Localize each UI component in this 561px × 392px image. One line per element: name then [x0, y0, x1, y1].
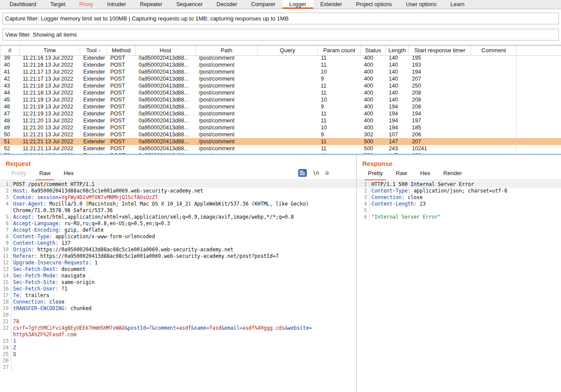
menu-tab-target[interactable]: Target	[43, 0, 72, 9]
response-tab-render[interactable]: Render	[438, 170, 467, 180]
cell-query	[258, 131, 318, 138]
view-filter-bar[interactable]: View filter: Showing all items	[2, 29, 559, 41]
menu-tab-dashboard[interactable]: Dashboard	[3, 0, 43, 9]
response-editor[interactable]: 1HTTP/1.1 500 Internal Server Error2Cont…	[357, 180, 561, 220]
code-segment: Accept-Language:	[13, 220, 61, 226]
cell-tool: Extender	[80, 89, 107, 96]
column-header-status[interactable]: Status	[361, 46, 386, 55]
menu-tab-proxy[interactable]: Proxy	[72, 0, 100, 9]
response-tab-hex[interactable]: Hex	[415, 170, 435, 180]
code-segment: Te:	[13, 292, 22, 298]
menu-tab-comparer[interactable]: Comparer	[244, 0, 282, 9]
editor-line: 2Content-Type: application/json; charset…	[357, 188, 561, 194]
cell-time: 11:21:21 13 Jul 2022	[20, 138, 80, 145]
request-tab-raw[interactable]: Raw	[34, 170, 56, 180]
line-text: Accept-Language: ru-RU,ru;q=0.8,en-US;q=…	[11, 220, 170, 227]
log-row-52[interactable]: 5211:21:21 13 Jul 2022ExtenderPOST0a9500…	[0, 145, 561, 152]
code-segment: application/json; charset=utf-8	[411, 188, 507, 194]
word-wrap-toggle-icon[interactable]	[298, 169, 307, 177]
log-row-49[interactable]: 4911:21:20 13 Jul 2022ExtenderPOST0a9500…	[0, 124, 561, 131]
log-row-41[interactable]: 4111:21:17 13 Jul 2022ExtenderPOST0a9500…	[0, 68, 561, 75]
column-header-time[interactable]: Time	[20, 46, 80, 55]
column-header-path[interactable]: Path	[196, 46, 258, 55]
cell-: 53	[0, 152, 20, 155]
column-header-filler	[517, 46, 561, 55]
log-row-46[interactable]: 4611:21:19 13 Jul 2022ExtenderPOST0a9500…	[0, 103, 561, 110]
cell-comment	[471, 82, 517, 89]
code-segment: Accept-Encoding:	[13, 227, 61, 233]
cell-path: /post/comment	[196, 152, 258, 155]
menu-tab-logger[interactable]: Logger	[282, 0, 313, 9]
line-text: "Internal Server Error"	[370, 214, 441, 220]
menu-tab-learn[interactable]: Learn	[444, 0, 472, 9]
cell-: 41	[0, 68, 20, 75]
column-header-comment[interactable]: Comment	[471, 46, 517, 55]
response-tab-pretty[interactable]: Pretty	[363, 170, 388, 180]
cell-time: 11:21:18 13 Jul 2022	[20, 82, 80, 89]
column-header-method[interactable]: Method	[107, 46, 136, 55]
column-header-tool[interactable]: Tool∧	[80, 46, 107, 55]
column-header-host[interactable]: Host	[136, 46, 196, 55]
line-text: Origin: https://0a9500020413d88ac08c5c1e…	[11, 247, 233, 253]
code-segment: Referer:	[13, 253, 37, 259]
line-text: HTTP/1.1 500 Internal Server Error	[370, 181, 474, 188]
cell-status: 400	[361, 103, 386, 110]
column-header-[interactable]: #	[0, 46, 20, 55]
editor-line: 16Sec-Fetch-User: ?1	[0, 286, 356, 292]
line-text: Connection: close	[11, 299, 65, 305]
menu-tab-repeater[interactable]: Repeater	[133, 0, 169, 9]
editor-line: 4User-Agent: Mozilla/5.0 (Macintosh; Int…	[0, 201, 356, 207]
column-header-length[interactable]: Length	[386, 46, 409, 55]
editor-line: 13Sec-Fetch-Dest: document	[0, 266, 356, 273]
log-row-45[interactable]: 4511:21:19 13 Jul 2022ExtenderPOST0a9500…	[0, 96, 561, 103]
menu-tab-decoder[interactable]: Decoder	[210, 0, 244, 9]
cell-status: 302	[361, 131, 386, 138]
column-header-start-response-timer[interactable]: Start response timer	[409, 46, 471, 55]
log-row-48[interactable]: 4811:21:20 13 Jul 2022ExtenderPOST0a9500…	[0, 117, 561, 124]
response-title: Response	[357, 155, 561, 167]
line-text	[370, 207, 371, 214]
code-segment: Connection:	[13, 299, 46, 305]
log-row-43[interactable]: 4311:21:18 13 Jul 2022ExtenderPOST0a9500…	[0, 82, 561, 89]
capture-filter-text: Capture filter: Logger memory limit set …	[5, 15, 289, 22]
request-editor[interactable]: 1POST /post/comment HTTP/1.12Host: 0a950…	[0, 180, 356, 371]
request-tab-hex[interactable]: Hex	[58, 170, 79, 180]
code-segment: 23	[417, 201, 426, 207]
log-row-44[interactable]: 4411:21:18 13 Jul 2022ExtenderPOST0a9500…	[0, 89, 561, 96]
column-header-query[interactable]: Query	[258, 46, 318, 55]
code-segment: asdf%40ggg.cds	[242, 325, 285, 331]
line-number: 27	[0, 364, 11, 371]
request-tab-pretty[interactable]: Pretty	[6, 170, 31, 180]
line-number: 21	[0, 318, 11, 325]
menu-tab-user-options[interactable]: User options	[399, 0, 443, 9]
cell-status: 500	[361, 138, 386, 145]
log-row-40[interactable]: 4011:21:16 13 Jul 2022ExtenderPOST0a9500…	[0, 61, 561, 68]
editor-line: 4Content-Length: 23	[357, 201, 561, 207]
line-number: 10	[0, 247, 11, 253]
column-header-param-count[interactable]: Param count	[318, 46, 361, 55]
code-segment: gzip, deflate	[61, 227, 104, 233]
editor-menu-icon[interactable]: ≡	[325, 171, 329, 175]
cell-path: /post/comment	[196, 117, 258, 124]
code-segment: tRANSFER-ENCODING:	[13, 305, 68, 311]
editor-line: 10Origin: https://0a9500020413d88ac08c5c…	[0, 247, 356, 253]
cell-status: 400	[361, 110, 386, 117]
log-row-47[interactable]: 4711:21:19 13 Jul 2022ExtenderPOST0a9500…	[0, 110, 561, 117]
menu-tab-intruder[interactable]: Intruder	[100, 0, 133, 9]
line-number: 22	[0, 325, 11, 331]
log-row-42[interactable]: 4211:21:17 13 Jul 2022ExtenderPOST0a9500…	[0, 75, 561, 82]
menu-tab-sequencer[interactable]: Sequencer	[169, 0, 209, 9]
capture-filter-bar[interactable]: Capture filter: Logger memory limit set …	[2, 13, 559, 24]
log-row-53[interactable]: 5311:21:22 13 Jul 2022ExtenderPOST0a9500…	[0, 152, 561, 155]
code-segment: Sec-Fetch-Site:	[13, 279, 58, 285]
cell-tool: Extender	[80, 131, 107, 138]
menu-tab-extender[interactable]: Extender	[313, 0, 349, 9]
menu-tab-project-options[interactable]: Project options	[349, 0, 399, 9]
newline-toggle-icon[interactable]: \n	[313, 170, 319, 176]
line-number: 11	[0, 253, 11, 260]
log-row-50[interactable]: 5011:21:21 13 Jul 2022ExtenderPOST0a9500…	[0, 131, 561, 138]
log-row-51[interactable]: 5111:21:21 13 Jul 2022ExtenderPOST0a9500…	[0, 138, 561, 145]
line-number: 24	[0, 345, 11, 351]
response-tab-raw[interactable]: Raw	[391, 170, 412, 180]
cell-param-count: 11	[318, 145, 361, 152]
